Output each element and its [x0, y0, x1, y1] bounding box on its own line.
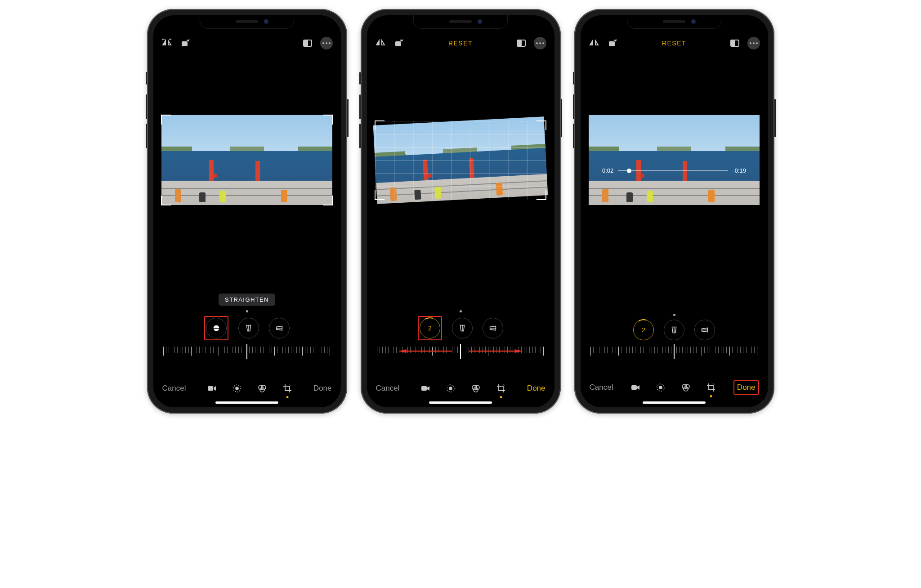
flip-horizontal-icon[interactable]	[161, 38, 172, 49]
adjustment-label: STRAIGHTEN	[219, 294, 275, 306]
tutorial-highlight: 2	[418, 316, 442, 340]
filters-mode-icon[interactable]	[680, 381, 692, 394]
svg-point-33	[750, 42, 751, 44]
svg-point-34	[753, 42, 755, 44]
reset-button[interactable]: RESET	[662, 40, 686, 47]
screen: RESET	[367, 15, 554, 407]
horizontal-perspective-tool-button[interactable]	[269, 318, 290, 339]
vertical-perspective-tool-button[interactable]	[664, 320, 684, 340]
svg-rect-24	[421, 386, 427, 391]
filters-mode-icon[interactable]	[469, 382, 482, 395]
dial-center-marker	[674, 344, 675, 359]
photo-preview[interactable]	[153, 106, 341, 214]
reset-button[interactable]: RESET	[448, 40, 473, 47]
vertical-perspective-tool-button[interactable]	[238, 318, 259, 339]
done-button[interactable]: Done	[735, 383, 757, 392]
video-scrubber[interactable]: 0:02 -0:19	[602, 167, 746, 174]
more-icon[interactable]	[747, 37, 760, 49]
video-mode-icon[interactable]	[629, 381, 642, 394]
svg-rect-38	[631, 385, 637, 390]
svg-point-26	[449, 387, 452, 390]
scrub-current-time: 0:02	[602, 167, 613, 174]
rotate-icon[interactable]	[393, 38, 404, 49]
scrub-track[interactable]	[618, 170, 728, 171]
scrub-playhead[interactable]	[627, 169, 631, 173]
svg-point-19	[536, 42, 538, 44]
horizontal-perspective-tool-button[interactable]	[483, 318, 503, 339]
editor-bottombar: Cancel Done	[153, 382, 341, 395]
rotate-icon[interactable]	[607, 38, 617, 49]
phone-frame: RESET	[361, 9, 561, 414]
home-indicator	[215, 401, 278, 404]
editor-topbar: RESET	[581, 34, 768, 52]
svg-point-35	[756, 42, 758, 44]
filters-mode-icon[interactable]	[256, 382, 268, 395]
svg-rect-7	[213, 328, 220, 329]
adjust-mode-icon[interactable]	[231, 382, 243, 395]
notch	[200, 15, 294, 29]
svg-point-4	[326, 42, 327, 44]
video-mode-icon[interactable]	[206, 382, 218, 395]
svg-point-5	[329, 42, 331, 44]
vertical-perspective-tool-button[interactable]	[452, 318, 473, 339]
dial-center-marker	[460, 344, 461, 359]
home-indicator	[643, 401, 706, 404]
svg-rect-2	[304, 40, 308, 46]
svg-rect-16	[395, 41, 401, 46]
adjust-mode-icon[interactable]	[654, 381, 667, 394]
straighten-tool-button[interactable]: 2	[420, 318, 440, 339]
more-icon[interactable]	[534, 37, 546, 49]
straighten-tool-button[interactable]	[206, 318, 227, 339]
more-icon[interactable]	[320, 37, 333, 49]
phone-frame: STRAIGHTEN Cancel	[147, 9, 347, 414]
svg-rect-30	[609, 41, 615, 46]
crop-mode-icon[interactable]	[495, 382, 507, 395]
photo-preview[interactable]: 0:02 -0:19	[581, 106, 768, 214]
center-indicator-dot	[246, 310, 248, 312]
svg-point-40	[659, 386, 662, 389]
notch	[627, 15, 721, 29]
svg-point-21	[542, 42, 544, 44]
notch	[413, 15, 508, 29]
crop-mode-icon[interactable]	[705, 381, 717, 394]
horizontal-perspective-tool-button[interactable]	[694, 320, 715, 340]
flip-horizontal-icon[interactable]	[375, 38, 386, 49]
photo-preview[interactable]	[367, 106, 554, 214]
editor-bottombar: Cancel Done	[581, 380, 768, 395]
aspect-icon[interactable]	[516, 38, 527, 49]
done-button[interactable]: Done	[527, 384, 545, 393]
flip-horizontal-icon[interactable]	[589, 38, 599, 49]
cancel-button[interactable]: Cancel	[590, 383, 613, 392]
editor-topbar	[153, 34, 341, 52]
center-indicator-dot	[460, 310, 462, 312]
aspect-icon[interactable]	[302, 38, 313, 49]
scrub-remaining-time: -0:19	[733, 167, 746, 174]
svg-point-20	[539, 42, 541, 44]
svg-rect-18	[517, 40, 522, 46]
screen: STRAIGHTEN Cancel	[153, 15, 341, 407]
phone-frame: RESET 0:02	[574, 9, 774, 414]
done-button[interactable]: Done	[313, 384, 332, 393]
svg-rect-10	[208, 386, 213, 391]
dial-center-marker	[246, 344, 247, 359]
crop-mode-icon[interactable]	[281, 382, 294, 395]
svg-point-3	[322, 42, 324, 44]
straighten-tool-button[interactable]: 2	[633, 320, 654, 340]
rotate-icon[interactable]	[179, 38, 190, 49]
home-indicator	[429, 401, 492, 404]
svg-point-12	[236, 387, 238, 390]
video-mode-icon[interactable]	[419, 382, 432, 395]
editor-bottombar: Cancel Done	[367, 382, 554, 395]
aspect-icon[interactable]	[729, 38, 740, 49]
cancel-button[interactable]: Cancel	[162, 384, 186, 393]
screen: RESET 0:02	[581, 15, 768, 407]
tutorial-highlight	[204, 316, 228, 340]
cancel-button[interactable]: Cancel	[376, 384, 400, 393]
crop-grid	[375, 121, 546, 200]
svg-rect-0	[182, 41, 188, 46]
editor-topbar: RESET	[367, 34, 554, 52]
center-indicator-dot	[673, 314, 675, 316]
adjust-mode-icon[interactable]	[444, 382, 457, 395]
svg-rect-32	[731, 40, 735, 46]
tutorial-highlight: Done	[733, 380, 759, 395]
